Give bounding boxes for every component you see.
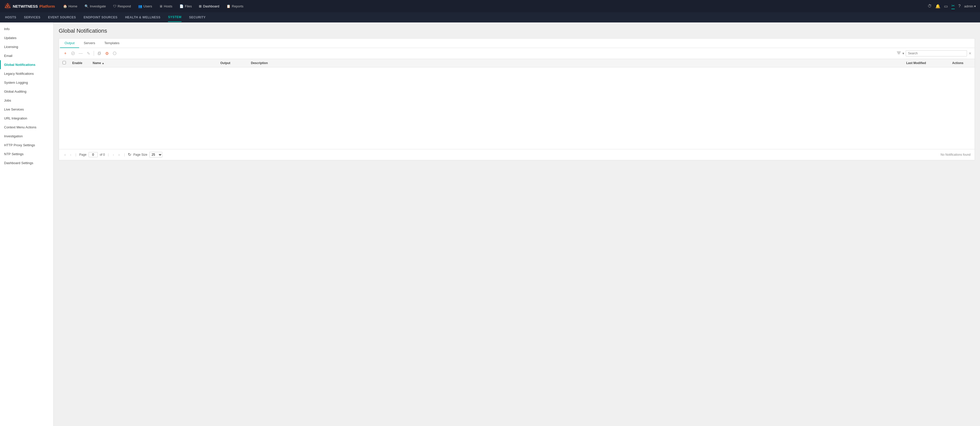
page-number-input[interactable] bbox=[89, 152, 98, 157]
filter-icon[interactable] bbox=[897, 51, 901, 56]
logo-text-platform: Platform bbox=[39, 4, 55, 8]
sidebar-item-http-proxy[interactable]: HTTP Proxy Settings bbox=[0, 141, 53, 149]
add-button[interactable]: + bbox=[62, 50, 69, 57]
enable-button[interactable] bbox=[70, 50, 76, 57]
top-nav-users[interactable]: 👥 Users bbox=[135, 3, 155, 10]
files-icon: 📄 bbox=[180, 4, 183, 8]
sidebar-item-dashboard-settings[interactable]: Dashboard Settings bbox=[0, 159, 53, 167]
tab-output[interactable]: Output bbox=[60, 38, 79, 48]
sidebar-item-updates[interactable]: Updates bbox=[0, 33, 53, 42]
filter-dropdown-icon[interactable]: ▾ bbox=[902, 51, 904, 56]
sidebar-item-global-notifications[interactable]: Global Notifications bbox=[0, 60, 53, 69]
sidebar: InfoUpdatesLicensingEmailGlobal Notifica… bbox=[0, 22, 54, 426]
sidebar-item-licensing[interactable]: Licensing bbox=[0, 42, 53, 51]
svg-point-2 bbox=[7, 5, 8, 7]
top-nav-investigate[interactable]: 🔍 Investigate bbox=[81, 3, 109, 10]
toolbar: + — ✎ ⚙ ▾ bbox=[59, 48, 975, 59]
column-name[interactable]: Name▲ bbox=[90, 59, 217, 67]
sidebar-item-email[interactable]: Email bbox=[0, 51, 53, 60]
search-clear-button[interactable]: ✕ bbox=[969, 51, 972, 56]
table-header-row: Enable Name▲ Output Description Last Mod… bbox=[59, 59, 975, 67]
sidebar-item-investigation[interactable]: Investigation bbox=[0, 132, 53, 141]
logo[interactable]: NETWITNESS Platform bbox=[4, 3, 55, 10]
column-actions: Actions bbox=[949, 59, 975, 67]
page-of-label: of 0 bbox=[100, 153, 105, 156]
sidebar-item-ntp-settings[interactable]: NTP Settings bbox=[0, 149, 53, 159]
second-nav-security[interactable]: SECURITY bbox=[189, 13, 206, 22]
search-area: ▾ ✕ bbox=[897, 50, 972, 56]
search-input[interactable] bbox=[906, 50, 967, 56]
second-navigation: HOSTSSERVICESEVENT SOURCESENDPOINT SOURC… bbox=[0, 12, 980, 22]
svg-point-6 bbox=[113, 52, 116, 55]
content-area: Global Notifications Output Servers Temp… bbox=[54, 22, 980, 426]
top-nav-dashboard[interactable]: ⊞ Dashboard bbox=[196, 3, 222, 10]
column-enable: Enable bbox=[69, 59, 90, 67]
monitor-icon[interactable]: ▭ bbox=[944, 4, 948, 9]
dashboard-icon: ⊞ bbox=[199, 4, 202, 8]
clear-button[interactable] bbox=[111, 50, 118, 57]
sidebar-item-url-integration[interactable]: URL Integration bbox=[0, 114, 53, 123]
first-page-button[interactable]: « bbox=[63, 152, 67, 157]
pipe-2: | bbox=[108, 153, 109, 156]
sidebar-item-context-menu-actions[interactable]: Context Menu Actions bbox=[0, 123, 53, 132]
top-nav-respond[interactable]: 🛡 Respond bbox=[110, 3, 134, 10]
users-icon: 👥 bbox=[138, 4, 142, 8]
pagination: « ‹ | Page of 0 | › » | ↻ Page Size 25 1… bbox=[59, 149, 975, 160]
column-description: Description bbox=[248, 59, 903, 67]
help-icon[interactable]: ? bbox=[958, 4, 961, 8]
page-size-select[interactable]: 25 10 50 100 bbox=[150, 152, 162, 157]
tools-icon[interactable]: ✂ bbox=[951, 3, 955, 9]
tabs-header: Output Servers Templates bbox=[59, 38, 975, 48]
second-nav-hosts[interactable]: HOSTS bbox=[5, 13, 16, 22]
second-nav-system[interactable]: SYSTEM bbox=[168, 13, 181, 22]
top-nav-right: ⏱ 🔔 ▭ ✂ ? admin ▾ bbox=[928, 3, 976, 9]
toolbar-divider bbox=[94, 51, 94, 56]
no-data-message: No Notifications found bbox=[941, 153, 970, 156]
sidebar-item-jobs[interactable]: Jobs bbox=[0, 96, 53, 105]
sidebar-item-system-logging[interactable]: System Logging bbox=[0, 78, 53, 87]
second-nav-endpoint-sources[interactable]: ENDPOINT SOURCES bbox=[84, 13, 118, 22]
top-nav-files[interactable]: 📄 Files bbox=[177, 3, 195, 10]
table-container: Enable Name▲ Output Description Last Mod… bbox=[59, 59, 975, 149]
last-page-button[interactable]: » bbox=[117, 152, 121, 157]
page-label: Page bbox=[80, 153, 86, 156]
refresh-button[interactable]: ↻ bbox=[128, 152, 131, 157]
top-nav-links: 🏠 Home🔍 Investigate🛡 Respond👥 Users🖥 Hos… bbox=[60, 3, 928, 10]
clock-icon[interactable]: ⏱ bbox=[928, 4, 932, 8]
notifications-table: Enable Name▲ Output Description Last Mod… bbox=[59, 59, 975, 149]
second-nav-health-wellness[interactable]: HEALTH & WELLNESS bbox=[125, 13, 160, 22]
sidebar-item-live-services[interactable]: Live Services bbox=[0, 105, 53, 114]
tab-servers[interactable]: Servers bbox=[79, 38, 100, 48]
sidebar-item-info[interactable]: Info bbox=[0, 24, 53, 33]
disable-button[interactable]: — bbox=[77, 50, 84, 57]
pipe-3: | bbox=[124, 153, 125, 156]
top-nav-hosts[interactable]: 🖥 Hosts bbox=[156, 3, 175, 10]
column-checkbox bbox=[59, 59, 69, 67]
sidebar-item-global-auditing[interactable]: Global Auditing bbox=[0, 87, 53, 96]
tab-templates[interactable]: Templates bbox=[100, 38, 124, 48]
sidebar-item-legacy-notifications[interactable]: Legacy Notifications bbox=[0, 69, 53, 78]
pipe-1: | bbox=[75, 153, 76, 156]
home-icon: 🏠 bbox=[63, 4, 67, 8]
bell-icon[interactable]: 🔔 bbox=[935, 4, 940, 9]
main-layout: InfoUpdatesLicensingEmailGlobal Notifica… bbox=[0, 22, 980, 426]
svg-rect-4 bbox=[98, 52, 100, 55]
top-nav-reports[interactable]: 📋 Reports bbox=[223, 3, 247, 10]
edit-button[interactable]: ✎ bbox=[85, 50, 92, 57]
column-output: Output bbox=[217, 59, 248, 67]
reports-icon: 📋 bbox=[226, 4, 231, 8]
copy-button[interactable] bbox=[96, 50, 103, 57]
svg-rect-5 bbox=[99, 52, 100, 54]
second-nav-event-sources[interactable]: EVENT SOURCES bbox=[48, 13, 76, 22]
hosts-icon: 🖥 bbox=[159, 4, 162, 8]
second-nav-services[interactable]: SERVICES bbox=[24, 13, 40, 22]
investigate-icon: 🔍 bbox=[84, 4, 89, 8]
prev-page-button[interactable]: ‹ bbox=[69, 152, 73, 157]
admin-menu[interactable]: admin ▾ bbox=[964, 4, 976, 8]
tabs-container: Output Servers Templates + — ✎ ⚙ bbox=[59, 38, 975, 160]
top-nav-home[interactable]: 🏠 Home bbox=[60, 3, 80, 10]
select-all-checkbox[interactable] bbox=[62, 61, 66, 64]
settings-button[interactable]: ⚙ bbox=[103, 50, 110, 57]
page-size-label: Page Size bbox=[133, 153, 147, 156]
next-page-button[interactable]: › bbox=[112, 152, 115, 157]
